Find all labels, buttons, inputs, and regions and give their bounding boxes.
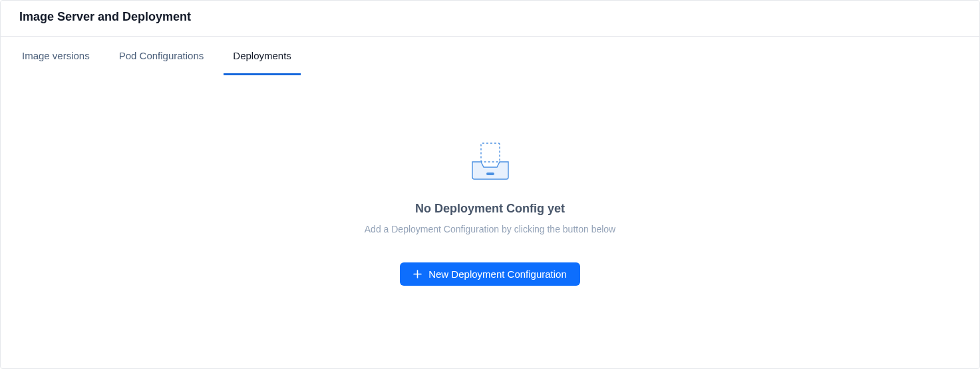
tab-deployments[interactable]: Deployments — [224, 37, 301, 75]
new-deployment-configuration-button-label: New Deployment Configuration — [428, 268, 567, 280]
page-title: Image Server and Deployment — [19, 10, 961, 24]
tab-image-versions[interactable]: Image versions — [13, 37, 99, 75]
empty-state-title: No Deployment Config yet — [415, 202, 565, 216]
empty-state: No Deployment Config yet Add a Deploymen… — [1, 75, 979, 286]
tab-bar: Image versions Pod Configurations Deploy… — [1, 37, 979, 75]
empty-box-icon — [466, 142, 514, 181]
plus-icon — [413, 270, 422, 278]
empty-state-subtitle: Add a Deployment Configuration by clicki… — [365, 224, 615, 234]
page-card: Image Server and Deployment Image versio… — [0, 0, 980, 369]
new-deployment-configuration-button[interactable]: New Deployment Configuration — [400, 262, 580, 286]
svg-rect-0 — [481, 143, 500, 162]
svg-rect-1 — [486, 173, 494, 175]
tab-pod-configurations[interactable]: Pod Configurations — [110, 37, 214, 75]
page-header: Image Server and Deployment — [1, 1, 979, 36]
